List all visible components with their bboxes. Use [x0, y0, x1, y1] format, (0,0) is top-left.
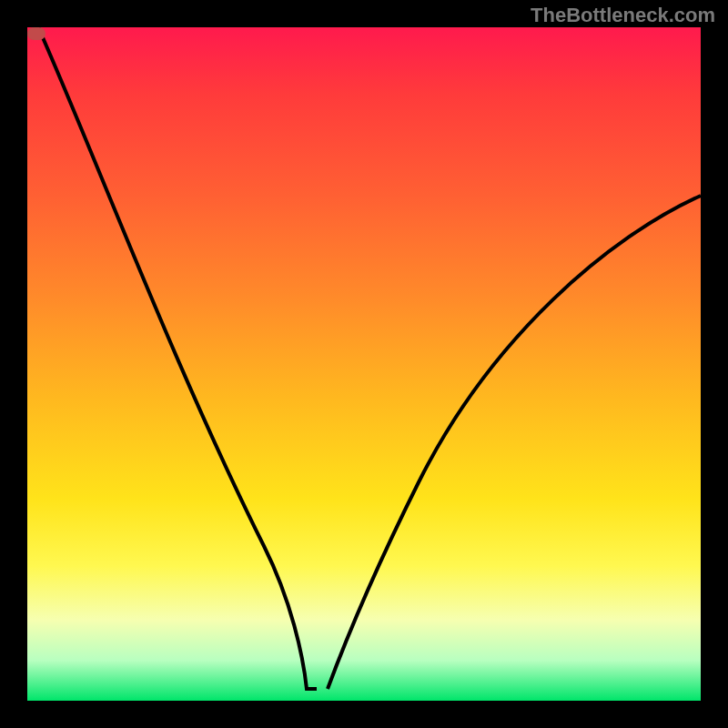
curve-svg — [27, 27, 701, 701]
curve-right-branch — [328, 196, 701, 689]
curve-left-branch — [38, 27, 317, 689]
chart-frame: TheBottleneck.com — [0, 0, 728, 728]
minimum-marker — [27, 27, 46, 40]
watermark-text: TheBottleneck.com — [531, 4, 715, 27]
plot-area — [27, 27, 701, 701]
